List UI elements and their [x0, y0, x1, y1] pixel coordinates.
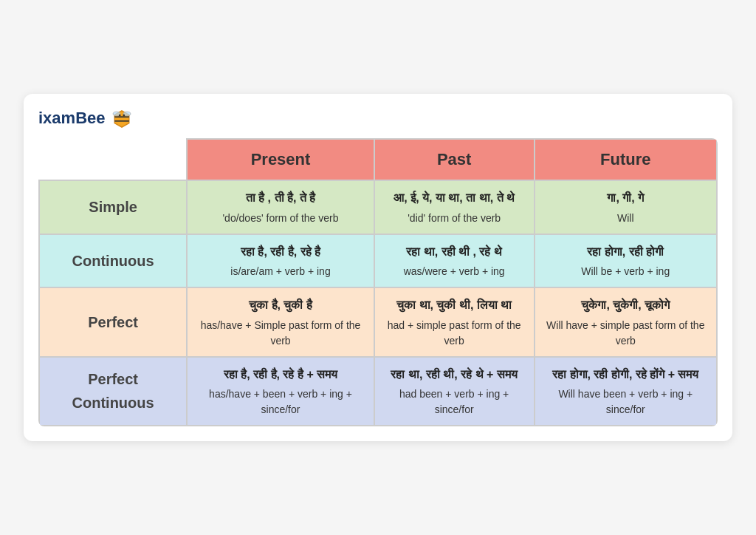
continuous-future-english: Will be + verb + ing	[544, 264, 707, 279]
svg-point-6	[123, 115, 125, 117]
continuous-present-english: is/are/am + verb + ing	[196, 264, 365, 279]
perfect-cont-future-hindi: रहा होगा, रही होगी, रहे होंगे + समय	[544, 365, 707, 384]
continuous-past: रहा था, रही थी , रहे थे was/were + verb …	[374, 234, 535, 288]
header-past: Past	[374, 139, 535, 180]
header-empty	[39, 139, 187, 180]
tense-table: Present Past Future Simple ता है , ती है…	[38, 138, 718, 426]
simple-present: ता है , ती है, ते है 'do/does' form of t…	[187, 180, 374, 234]
logo-area: ixamBee	[38, 109, 718, 129]
continuous-label: Continuous	[39, 234, 187, 288]
perfect-continuous-present: रहा है, रही है, रहे है + समय has/have + …	[187, 357, 374, 426]
continuous-present: रहा है, रही है, रहे है is/are/am + verb …	[187, 234, 374, 288]
main-card: ixamBee Present Past	[24, 94, 732, 442]
simple-present-english: 'do/does' form of the verb	[196, 211, 365, 226]
simple-row: Simple ता है , ती है, ते है 'do/does' fo…	[39, 180, 717, 234]
header-row: Present Past Future	[39, 139, 717, 180]
logo-ixam: ixam	[38, 109, 75, 127]
continuous-future-hindi: रहा होगा, रही होगी	[544, 242, 707, 262]
perfect-continuous-row: Perfect Continuous रहा है, रही है, रहे ह…	[39, 357, 717, 426]
svg-point-5	[118, 115, 120, 117]
simple-future: गा, गी, गे Will	[535, 180, 717, 234]
perfect-continuous-label: Perfect Continuous	[39, 357, 187, 426]
simple-past-hindi: आ, ई, ये, या था, ता था, ते थे	[384, 188, 525, 208]
perfect-future-english: Will have + simple past form of the verb	[544, 318, 707, 349]
simple-present-hindi: ता है , ती है, ते है	[196, 188, 365, 208]
perfect-label: Perfect	[39, 287, 187, 357]
perfect-cont-past-english: had been + verb + ing + since/for	[384, 386, 525, 418]
perfect-future-hindi: चुकेगा, चुकेगी, चूकोगे	[544, 296, 707, 315]
bee-icon	[111, 109, 132, 129]
perfect-cont-future-english: Will have been + verb + ing + since/for	[544, 386, 707, 418]
continuous-row: Continuous रहा है, रही है, रहे है is/are…	[39, 234, 717, 288]
continuous-past-hindi: रहा था, रही थी , रहे थे	[384, 242, 525, 262]
header-present: Present	[187, 139, 374, 180]
continuous-present-hindi: रहा है, रही है, रहे है	[196, 242, 365, 262]
header-future: Future	[535, 139, 717, 180]
simple-future-hindi: गा, गी, गे	[544, 188, 707, 208]
simple-past-english: 'did' form of the verb	[384, 211, 525, 226]
perfect-future: चुकेगा, चुकेगी, चूकोगे Will have + simpl…	[535, 287, 717, 357]
perfect-cont-present-english: has/have + been + verb + ing + since/for	[196, 386, 365, 418]
perfect-past: चुका था, चुकी थी, लिया था had + simple p…	[374, 287, 535, 357]
simple-label: Simple	[39, 180, 187, 234]
continuous-future: रहा होगा, रही होगी Will be + verb + ing	[535, 234, 717, 288]
logo-text: ixamBee	[38, 109, 132, 129]
logo-bee: Bee	[75, 109, 105, 127]
perfect-cont-present-hindi: रहा है, रही है, रहे है + समय	[196, 365, 365, 384]
perfect-row: Perfect चुका है, चुकी है has/have + Simp…	[39, 287, 717, 357]
perfect-present: चुका है, चुकी है has/have + Simple past …	[187, 287, 374, 357]
perfect-present-english: has/have + Simple past form of the verb	[196, 318, 365, 349]
simple-future-english: Will	[544, 211, 707, 226]
perfect-continuous-past: रहा था, रही थी, रहे थे + समय had been + …	[374, 357, 535, 426]
perfect-past-hindi: चुका था, चुकी थी, लिया था	[384, 296, 525, 315]
perfect-present-hindi: चुका है, चुकी है	[196, 296, 365, 315]
perfect-continuous-future: रहा होगा, रही होगी, रहे होंगे + समय Will…	[535, 357, 717, 426]
perfect-cont-past-hindi: रहा था, रही थी, रहे थे + समय	[384, 365, 525, 384]
simple-past: आ, ई, ये, या था, ता था, ते थे 'did' form…	[374, 180, 535, 234]
perfect-past-english: had + simple past form of the verb	[384, 318, 525, 349]
continuous-past-english: was/were + verb + ing	[384, 264, 525, 279]
